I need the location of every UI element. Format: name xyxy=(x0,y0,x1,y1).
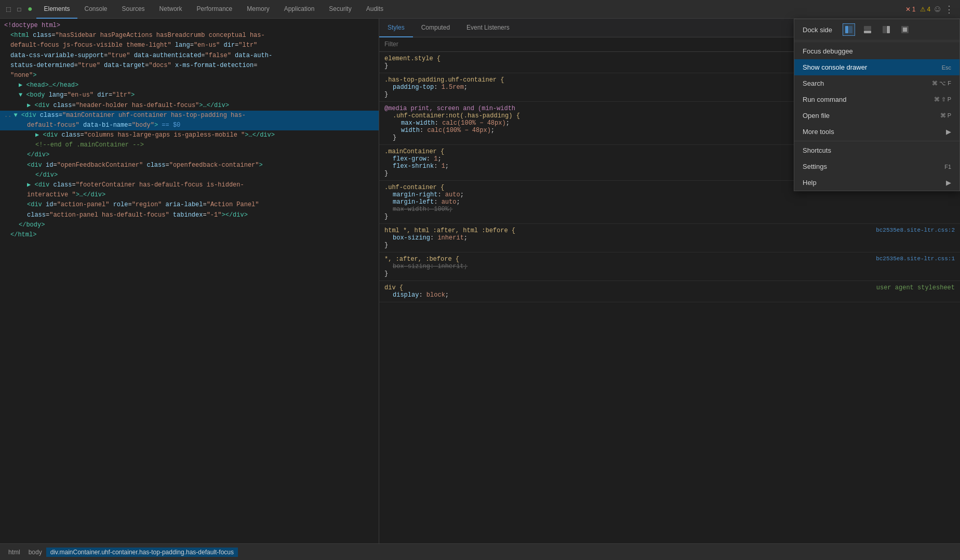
html-line: ▼ <body lang="en-us" dir="ltr"> xyxy=(0,90,379,100)
undock-button[interactable] xyxy=(899,23,911,36)
svg-rect-3 xyxy=(864,31,871,33)
html-line: ▶ <div class="header-holder has-default-… xyxy=(0,101,379,111)
tab-security[interactable]: Security xyxy=(322,0,358,19)
html-line: <!doctype html> xyxy=(0,21,379,31)
html-panel: <!doctype html> <html class="hasSidebar … xyxy=(0,19,379,543)
dock-right-button[interactable] xyxy=(880,23,892,36)
html-line: <html class="hasSidebar hasPageActions h… xyxy=(0,31,379,41)
dock-left-button[interactable] xyxy=(843,23,855,36)
html-line-selected-cont: default-focus" data-bi-name="body"> == $… xyxy=(0,121,379,130)
menu-item-run-command[interactable]: Run command ⌘ ⇧ P xyxy=(794,91,959,108)
breadcrumb-bar: html body div.mainContainer.uhf-containe… xyxy=(0,543,960,560)
svg-rect-4 xyxy=(883,26,886,33)
tab-event-listeners[interactable]: Event Listeners xyxy=(458,19,518,37)
tab-memory[interactable]: Memory xyxy=(239,0,276,19)
tab-audits[interactable]: Audits xyxy=(359,0,391,19)
tab-sources[interactable]: Sources xyxy=(115,0,152,19)
html-line: <div id="action-panel" role="region" ari… xyxy=(0,200,379,210)
cursor-icon[interactable]: ⬚ xyxy=(2,5,15,14)
html-line: </body> xyxy=(0,220,379,230)
tab-network[interactable]: Network xyxy=(152,0,190,19)
breadcrumb-html[interactable]: html xyxy=(4,548,24,557)
html-line: </div> xyxy=(0,170,379,180)
tab-elements[interactable]: Elements xyxy=(36,0,77,19)
tab-styles[interactable]: Styles xyxy=(379,19,413,37)
html-line: default-focus js-focus-visible theme-lig… xyxy=(0,41,379,50)
breadcrumb-body[interactable]: body xyxy=(24,548,46,557)
html-line: ▶ <div class="columns has-large-gaps is-… xyxy=(0,130,379,140)
html-line: </div> xyxy=(0,150,379,160)
html-line: data-css-variable-support="true" data-au… xyxy=(0,51,379,61)
warning-badge: ⚠ 4 xyxy=(920,6,931,13)
menu-item-more-tools[interactable]: More tools ▶ xyxy=(794,124,959,140)
menu-item-show-console-drawer[interactable]: Show console drawer Esc xyxy=(794,59,959,75)
menu-divider-2 xyxy=(794,141,959,141)
more-options-icon[interactable]: ⋮ xyxy=(944,4,954,15)
svg-rect-1 xyxy=(849,26,852,33)
menu-item-settings[interactable]: Settings F1 xyxy=(794,158,959,175)
html-line-selected[interactable]: .. ▼ <div class="mainContainer uhf-conta… xyxy=(0,111,379,121)
tab-computed[interactable]: Computed xyxy=(413,19,458,37)
devtools-tab-bar: ⬚ ☐ ● Elements Console Sources Network P… xyxy=(0,0,960,19)
css-link-html-star[interactable]: bc2535e8.site-ltr.css:2 xyxy=(876,227,955,234)
html-line: interactive ">…</div> xyxy=(0,190,379,200)
dock-side-section: Dock side xyxy=(794,19,959,41)
menu-divider xyxy=(794,42,959,42)
menu-item-open-file[interactable]: Open file ⌘ P xyxy=(794,108,959,124)
error-badge: ✕ 1 xyxy=(905,6,916,13)
dropdown-menu: Dock side xyxy=(794,19,960,191)
svg-rect-0 xyxy=(845,26,848,33)
dock-bottom-button[interactable] xyxy=(861,23,874,36)
tab-actions: ✕ 1 ⚠ 4 ☺ ⋮ xyxy=(905,4,958,15)
menu-item-search[interactable]: Search ⌘ ⌥ F xyxy=(794,75,959,91)
html-line: </html> xyxy=(0,230,379,240)
green-circle-icon[interactable]: ● xyxy=(23,5,37,14)
html-line: class="action-panel has-default-focus" t… xyxy=(0,210,379,220)
menu-item-shortcuts[interactable]: Shortcuts xyxy=(794,142,959,158)
menu-item-help[interactable]: Help ▶ xyxy=(794,175,959,191)
html-line: "none"> xyxy=(0,71,379,81)
svg-rect-2 xyxy=(864,26,871,30)
menu-item-focus-debuggee[interactable]: Focus debuggee xyxy=(794,43,959,59)
tab-application[interactable]: Application xyxy=(277,0,322,19)
smiley-icon[interactable]: ☺ xyxy=(935,4,940,15)
svg-rect-5 xyxy=(887,26,890,33)
html-line: ▶ <head>…</head> xyxy=(0,81,379,90)
css-rule-html-star: html *, html :after, html :before { bc25… xyxy=(379,224,960,252)
html-line: <div id="openFeedbackContainer" class="o… xyxy=(0,161,379,170)
css-rule-star: *, :after, :before { bc2535e8.site-ltr.c… xyxy=(379,252,960,281)
html-line: <!--end of .mainContainer --> xyxy=(0,140,379,150)
tab-performance[interactable]: Performance xyxy=(190,0,240,19)
tab-console[interactable]: Console xyxy=(77,0,115,19)
device-icon[interactable]: ☐ xyxy=(15,5,23,14)
css-link-star[interactable]: bc2535e8.site-ltr.css:1 xyxy=(876,256,955,263)
html-line: status-determined="true" data-target="do… xyxy=(0,61,379,71)
css-rule-div-ua: div { user agent stylesheet display: blo… xyxy=(379,281,960,302)
html-line: ▶ <div class="footerContainer has-defaul… xyxy=(0,180,379,190)
breadcrumb-main[interactable]: div.mainContainer.uhf-container.has-top-… xyxy=(46,548,238,557)
